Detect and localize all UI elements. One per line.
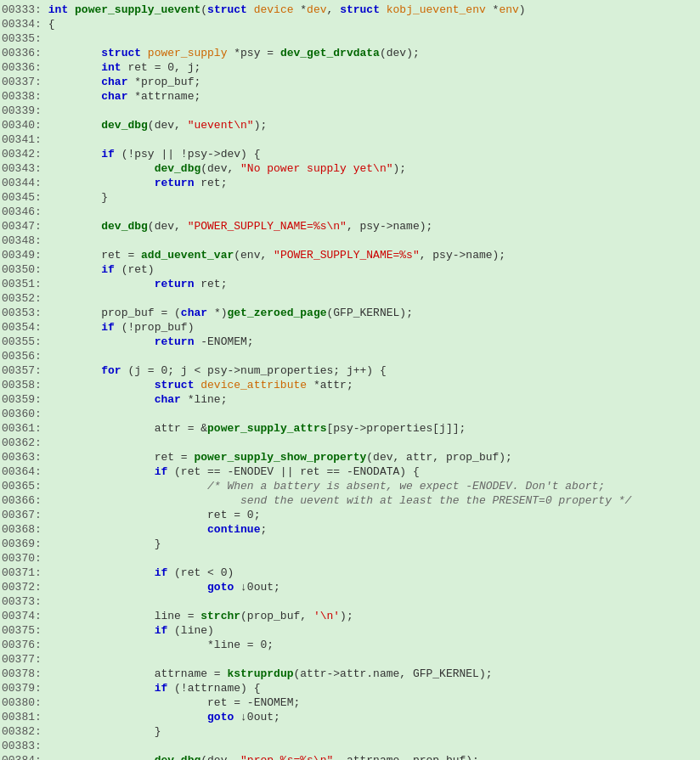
code-token: char: [181, 307, 214, 319]
line-content: [48, 653, 698, 666]
code-token: (j = 0; j < psy->num_properties; j++) {: [127, 364, 386, 377]
code-token: [48, 494, 240, 507]
line-number: 00351:: [2, 278, 48, 290]
line-number: 00370:: [2, 552, 48, 565]
table-row: 00371: if (ret < 0): [0, 566, 700, 581]
code-token: char: [101, 90, 134, 103]
line-content: [48, 350, 698, 363]
table-row: 00380: ret = -ENOMEM;: [0, 696, 700, 711]
code-token: [48, 696, 207, 709]
code-token: if: [155, 624, 174, 637]
table-row: 00364: if (ret == -ENODEV || ret == -ENO…: [0, 465, 700, 480]
code-token: /* When a battery is absent, we expect -…: [207, 480, 605, 493]
line-number: 00364:: [2, 465, 48, 478]
table-row: 00365: /* When a battery is absent, we e…: [0, 480, 700, 494]
line-number: 00375:: [2, 624, 48, 637]
code-token: ;: [260, 523, 267, 536]
code-token: [48, 162, 155, 175]
code-token: [48, 538, 155, 550]
code-token: int: [101, 61, 127, 74]
line-number: 00381:: [2, 711, 48, 723]
line-content: dev_dbg(dev, "POWER_SUPPLY_NAME=%s\n", p…: [48, 220, 698, 233]
line-content: dev_dbg(dev, "prop %s=%s\n", attrname, p…: [48, 754, 698, 760]
code-token: (!prop_buf): [121, 321, 195, 334]
line-content: }: [48, 191, 698, 204]
table-row: 00359: char *line;: [0, 393, 700, 408]
code-token: [48, 725, 155, 738]
code-token: (!attrname) {: [174, 682, 260, 695]
code-token: add_uevent_var: [141, 249, 234, 262]
table-row: 00367: ret = 0;: [0, 509, 700, 523]
line-content: ret = power_supply_show_property(dev, at…: [48, 451, 698, 464]
table-row: 00358: struct device_attribute *attr;: [0, 379, 700, 393]
code-token: (: [200, 3, 207, 16]
code-token: [48, 278, 155, 290]
table-row: 00366: send the uevent with at least the…: [0, 494, 700, 509]
table-row: 00338: char *attrname;: [0, 90, 700, 104]
line-number: 00349:: [2, 249, 48, 262]
table-row: 00369: }: [0, 538, 700, 552]
code-token: [48, 639, 207, 651]
code-token: dev_dbg: [101, 119, 148, 132]
line-number: 00373:: [2, 595, 48, 608]
code-token: , psy->name);: [420, 249, 505, 262]
line-content: goto ↓0out;: [48, 581, 698, 594]
line-content: struct power_supply *psy = dev_get_drvda…: [48, 47, 698, 59]
table-row: 00335:: [0, 32, 700, 47]
code-token: (!psy || !psy->dev) {: [121, 148, 261, 160]
code-token: [48, 581, 207, 594]
code-token: [48, 61, 101, 74]
line-number: 00355:: [2, 335, 48, 348]
line-number: 00350:: [2, 263, 48, 276]
code-token: dev_dbg: [101, 220, 148, 233]
code-token: if: [101, 148, 121, 160]
line-number: 00334:: [2, 18, 48, 31]
table-row: 00351: return ret;: [0, 278, 700, 292]
table-row: 00343: dev_dbg(dev, "No power supply yet…: [0, 162, 700, 177]
line-content: char *line;: [48, 393, 698, 406]
code-token: get_zeroed_page: [227, 307, 326, 319]
line-number: 00340:: [2, 119, 48, 132]
line-content: prop_buf = (char *)get_zeroed_page(GFP_K…: [48, 307, 698, 319]
table-row: 00355: return -ENOMEM;: [0, 335, 700, 350]
code-token: [48, 509, 207, 521]
code-token: ret = -ENOMEM;: [207, 696, 300, 709]
table-row: 00383:: [0, 740, 700, 754]
table-row: 00374: line = strchr(prop_buf, '\n');: [0, 610, 700, 624]
code-token: *attrname;: [134, 90, 200, 103]
line-number: 00358:: [2, 379, 48, 391]
table-row: 00375: if (line): [0, 624, 700, 639]
line-number: 00339:: [2, 104, 48, 117]
line-number: 00367:: [2, 509, 48, 521]
table-row: 00379: if (!attrname) {: [0, 682, 700, 696]
table-row: 00370:: [0, 552, 700, 566]
table-row: 00346:: [0, 205, 700, 220]
line-number: 00357:: [2, 364, 48, 377]
table-row: 00361: attr = &power_supply_attrs[psy->p…: [0, 422, 700, 436]
line-content: /* When a battery is absent, we expect -…: [48, 480, 698, 493]
line-number: 00348:: [2, 234, 48, 247]
code-token: attr = &: [155, 422, 207, 435]
code-token: (dev, attr, prop_buf);: [366, 451, 512, 464]
code-token: goto: [207, 711, 240, 723]
code-token: *attr;: [307, 379, 353, 391]
code-token: [48, 393, 155, 406]
table-row: 00337: char *prop_buf;: [0, 76, 700, 90]
code-token: ): [519, 3, 526, 16]
code-token: attrname =: [155, 667, 228, 680]
line-content: {: [48, 18, 698, 31]
line-content: }: [48, 538, 698, 550]
table-row: 00354: if (!prop_buf): [0, 321, 700, 335]
line-number: 00363:: [2, 451, 48, 464]
code-token: (GFP_KERNEL);: [327, 307, 413, 319]
code-token: (ret): [121, 263, 155, 276]
code-token: '\n': [313, 610, 340, 622]
code-token: (attr->attr.name, GFP_KERNEL);: [293, 667, 492, 680]
table-row: 00372: goto ↓0out;: [0, 581, 700, 595]
code-token: {: [48, 18, 55, 31]
code-token: kobj_uevent_env: [387, 3, 486, 16]
code-token: (dev);: [380, 47, 420, 59]
code-token: return: [155, 278, 201, 290]
code-token: power_supply_attrs: [207, 422, 326, 435]
code-token: , psy->name);: [347, 220, 432, 233]
